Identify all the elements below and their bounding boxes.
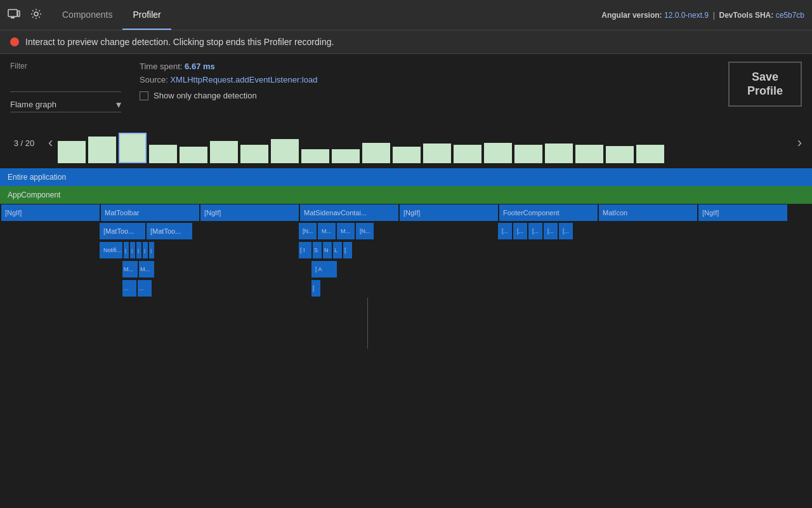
- matsidenav-sub2[interactable]: M...: [318, 223, 336, 239]
- footer-sub1[interactable]: [...: [498, 223, 512, 239]
- bar-3[interactable]: [149, 145, 177, 163]
- mattoolbar-sub2[interactable]: [MatToo...: [147, 223, 192, 239]
- save-profile-button[interactable]: SaveProfile: [728, 62, 802, 107]
- bar-9[interactable]: [332, 149, 360, 163]
- bar-10[interactable]: [362, 143, 390, 163]
- r5-ms5[interactable]: [: [343, 242, 352, 258]
- r6-msidenav: [ A: [299, 260, 398, 279]
- bar-15[interactable]: [514, 145, 542, 163]
- entire-app-label: Entire application: [8, 173, 66, 182]
- r5-mt5[interactable]: |: [143, 242, 148, 258]
- matsidenav-sub3[interactable]: M...: [337, 223, 355, 239]
- source-link[interactable]: XMLHttpRequest.addEventListener:load: [170, 75, 317, 84]
- r7-mt1[interactable]: ...: [122, 280, 136, 297]
- change-detection-checkbox[interactable]: [140, 91, 148, 100]
- footer-sub5[interactable]: [...: [559, 223, 573, 239]
- filter-label: Filter: [10, 62, 124, 70]
- svg-point-3: [34, 12, 38, 16]
- mattoolbar-sub1[interactable]: [MatToo...: [100, 223, 145, 239]
- row3-item-2[interactable]: [NgIf]: [200, 204, 299, 221]
- r5-msidenav: [ I S N L [: [299, 241, 398, 260]
- tab-components[interactable]: Components: [52, 1, 122, 30]
- r5-mt3[interactable]: |: [130, 242, 135, 258]
- r5-ms3[interactable]: N: [323, 242, 332, 258]
- topbar-tabs: Components Profiler: [52, 1, 171, 30]
- row4: [MatToo... [MatToo... [N... M... M... [N…: [0, 222, 812, 241]
- r5-col5: [398, 241, 498, 260]
- matsidenav-sub4[interactable]: [N...: [356, 223, 374, 239]
- bar-4[interactable]: [180, 147, 207, 163]
- row8: [0, 298, 812, 349]
- r7-msidenav: [: [299, 279, 398, 298]
- r5-mattoolbar: Notifi... | | | | |: [100, 241, 199, 260]
- source-info: Source: XMLHttpRequest.addEventListener:…: [140, 75, 713, 84]
- checkbox-row: Show only change detection: [140, 91, 713, 100]
- r5-mt4[interactable]: |: [136, 242, 141, 258]
- row3-item-7[interactable]: [NgIf]: [698, 204, 787, 221]
- bar-19[interactable]: [636, 145, 664, 163]
- bar-5[interactable]: [210, 141, 238, 163]
- bar-7[interactable]: [271, 139, 299, 163]
- prev-button[interactable]: ‹: [43, 135, 58, 151]
- r5-ms4[interactable]: L: [333, 242, 342, 258]
- r7-ms1[interactable]: [: [311, 280, 320, 297]
- r6-ms1[interactable]: [ A: [311, 261, 337, 277]
- svg-rect-2: [18, 11, 20, 17]
- ngif-col3: [398, 222, 498, 241]
- bar-1[interactable]: [88, 137, 116, 163]
- r7-mt2[interactable]: ...: [138, 280, 152, 297]
- row3: [NgIf]MatToolbar[NgIf]MatSidenavContai..…: [0, 204, 812, 222]
- entire-application-row[interactable]: Entire application: [0, 168, 812, 186]
- r6-mt2[interactable]: M...: [139, 261, 154, 277]
- row3-item-3[interactable]: MatSidenavContai...: [300, 204, 398, 221]
- bar-0[interactable]: [58, 141, 86, 163]
- bar-12[interactable]: [423, 144, 451, 163]
- bar-11[interactable]: [393, 147, 421, 163]
- footer-sub4[interactable]: [...: [544, 223, 558, 239]
- footer-sub: [... [... [... [... [...: [498, 222, 598, 241]
- row3-item-0[interactable]: [NgIf]: [1, 204, 100, 221]
- timeline-area: 3 / 20 ‹ ›: [0, 117, 812, 168]
- r5-ms1[interactable]: [ I: [299, 242, 311, 258]
- filter-input[interactable]: [10, 77, 121, 92]
- row3-item-5[interactable]: FooterComponent: [499, 204, 598, 221]
- r5-col1: [0, 241, 100, 260]
- bar-16[interactable]: [545, 144, 573, 163]
- r6-mt1[interactable]: M...: [122, 261, 138, 277]
- row3-item-6[interactable]: MatIcon: [599, 204, 697, 221]
- next-button[interactable]: ›: [792, 135, 807, 151]
- r5-ms2[interactable]: S: [313, 242, 322, 258]
- r7-rest: [398, 279, 812, 298]
- settings-icon[interactable]: [30, 8, 42, 22]
- r8-spacer2: [199, 298, 299, 349]
- row3-item-4[interactable]: [NgIf]: [400, 204, 498, 221]
- recording-dot[interactable]: [10, 37, 19, 46]
- bar-8[interactable]: [301, 149, 329, 163]
- r5-mt6[interactable]: |: [149, 242, 154, 258]
- footer-sub3[interactable]: [...: [528, 223, 542, 239]
- r5-mt2[interactable]: |: [124, 242, 129, 258]
- topbar-icons: [8, 8, 42, 22]
- row7: ... ... [: [0, 279, 812, 298]
- r7-c3: [199, 279, 299, 298]
- footer-sub2[interactable]: [...: [513, 223, 527, 239]
- flame-container: Entire application AppComponent [NgIf]Ma…: [0, 168, 812, 349]
- matsidenav-sub1[interactable]: [N...: [299, 223, 317, 239]
- v-divider: [367, 298, 368, 349]
- bar-13[interactable]: [454, 145, 481, 163]
- row3-item-1[interactable]: MatToolbar: [101, 204, 199, 221]
- view-dropdown[interactable]: Flame graph ▾: [10, 97, 121, 112]
- tab-profiler[interactable]: Profiler: [122, 1, 171, 30]
- r5-mt1[interactable]: Notifi...: [100, 242, 122, 258]
- device-icon[interactable]: [8, 9, 20, 22]
- bar-2[interactable]: [119, 133, 147, 163]
- bar-6[interactable]: [240, 145, 268, 163]
- r7-c1: [0, 279, 100, 298]
- r5-col3: [199, 241, 299, 260]
- bar-18[interactable]: [606, 146, 634, 163]
- app-component-row[interactable]: AppComponent: [0, 186, 812, 204]
- dropdown-value: Flame graph: [10, 97, 116, 112]
- r6-mattoolbar: M... M...: [100, 260, 199, 279]
- bar-17[interactable]: [575, 145, 603, 163]
- bar-14[interactable]: [484, 143, 512, 163]
